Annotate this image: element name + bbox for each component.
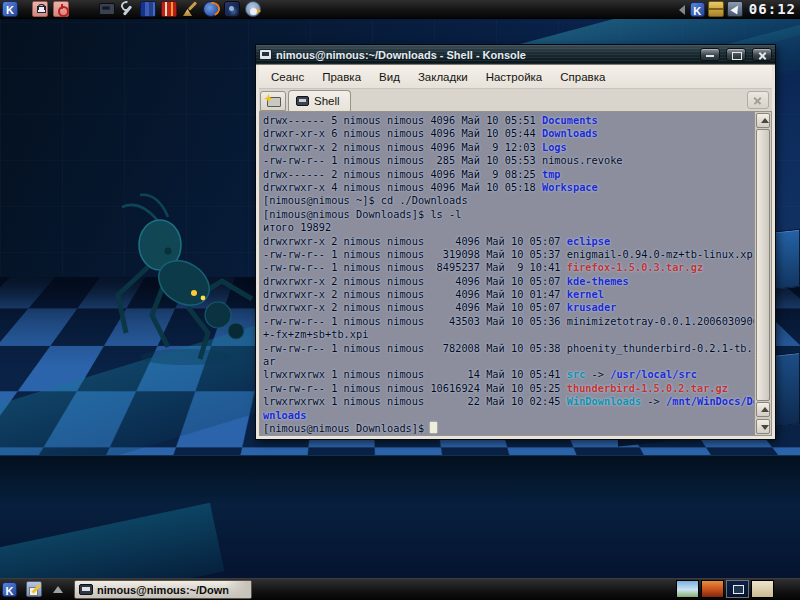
terminal-output[interactable]: drwx------ 5 nimous nimous 4096 Май 10 0… [260, 112, 754, 435]
terminal-line: ar [263, 355, 754, 368]
pager-desktop-4[interactable] [751, 580, 774, 598]
task-label-fade [225, 581, 251, 598]
broom-icon[interactable] [182, 1, 198, 17]
top-panel: 06:12 [0, 0, 800, 19]
panel-clock[interactable]: 06:12 [743, 0, 800, 19]
terminal-line: lrwxrwxrwx 1 nimous nimous 14 Май 10 05:… [263, 368, 754, 381]
kmenu-icon[interactable] [2, 1, 18, 17]
window-list-icon[interactable] [51, 582, 65, 596]
scroll-up-button[interactable] [756, 402, 770, 417]
menu-view[interactable]: Вид [371, 68, 408, 86]
terminal-line: drwxrwxr-x 2 nimous nimous 4096 Май 10 0… [263, 301, 754, 314]
window-titlebar[interactable]: nimous@nimous:~/Downloads - Shell - Kons… [256, 45, 775, 64]
minimize-button[interactable] [700, 48, 720, 61]
tab-shell[interactable]: Shell [288, 90, 351, 111]
konsole-icon[interactable] [98, 1, 114, 17]
terminal-cursor [430, 422, 436, 433]
menu-edit[interactable]: Правка [314, 68, 369, 86]
desktop-pager [676, 580, 774, 598]
wallpaper-robot-insect [96, 187, 276, 377]
terminal-line: -rw-rw-r-- 1 nimous nimous 43503 Май 10 … [263, 315, 754, 328]
konsole-window: nimous@nimous:~/Downloads - Shell - Kons… [255, 44, 776, 440]
task-label: nimous@nimous:~/Down [97, 584, 229, 596]
kwallet-icon[interactable] [708, 1, 724, 17]
taskbar-konsole-button[interactable]: nimous@nimous:~/Down [74, 580, 252, 599]
terminal-line: -rw-rw-r-- 1 nimous nimous 319098 Май 10… [263, 248, 754, 261]
terminal-line: drwxrwxr-x 2 nimous nimous 4096 Май 10 0… [263, 235, 754, 248]
hide-arrow-icon[interactable] [678, 1, 687, 17]
lock-icon[interactable] [32, 1, 48, 17]
bottom-panel-left [2, 581, 65, 597]
new-session-button[interactable] [260, 91, 286, 111]
terminal-line: +-fx+zm+sb+tb.xpi [263, 328, 754, 341]
bird-icon[interactable] [245, 1, 261, 17]
konsole-window-icon [259, 49, 272, 60]
terminal-area: drwx------ 5 nimous nimous 4096 Май 10 0… [259, 112, 772, 436]
pager-desktop-2[interactable] [701, 580, 724, 598]
terminal-line: -rw-rw-r-- 1 nimous nimous 8495237 Май 9… [263, 261, 754, 274]
terminal-line: lrwxrwxrwx 1 nimous nimous 22 Май 10 02:… [263, 395, 754, 408]
terminal-line: drwxrwxr-x 2 nimous nimous 4096 Май 10 0… [263, 288, 754, 301]
show-desktop-icon[interactable] [26, 581, 42, 597]
window-body: СеансПравкаВидЗакладкиНастройкаСправка S… [256, 64, 775, 439]
menu-session[interactable]: Сеанс [263, 68, 312, 86]
pager-desktop-3[interactable] [726, 580, 749, 598]
terminal-line: [nimous@nimous ~]$ cd ./Downloads [263, 194, 754, 207]
shell-tab-icon [296, 96, 309, 106]
pager-window-thumbnail [733, 585, 744, 594]
firefox-icon[interactable] [203, 1, 219, 17]
kmenu-icon[interactable] [2, 582, 17, 597]
terminal-line: drwxrwxr-x 2 nimous nimous 4096 Май 10 0… [263, 275, 754, 288]
books-icon[interactable] [140, 1, 156, 17]
close-session-button[interactable] [747, 91, 769, 109]
launcher-area [0, 1, 261, 17]
terminal-line: drwxrwxr-x 2 nimous nimous 4096 Май 9 12… [263, 141, 754, 154]
menu-settings[interactable]: Настройка [478, 68, 551, 86]
close-button[interactable] [752, 48, 772, 61]
tray-area [678, 1, 743, 17]
maximize-button[interactable] [726, 48, 746, 61]
wrench-icon[interactable] [119, 1, 135, 17]
terminal-line: wnloads [263, 409, 754, 422]
terminal-line: drwx------ 2 nimous nimous 4096 Май 9 08… [263, 168, 754, 181]
window-title: nimous@nimous:~/Downloads - Shell - Kons… [276, 49, 694, 61]
scroll-down-button[interactable] [756, 419, 770, 434]
desktop-share-icon[interactable] [727, 1, 743, 17]
tabbar: Shell [259, 89, 772, 112]
scrollbar-thumb[interactable] [756, 129, 770, 401]
terminal-line: drwxrwxr-x 4 nimous nimous 4096 Май 10 0… [263, 181, 754, 194]
terminal-line: -rw-rw-r-- 1 nimous nimous 285 Май 10 05… [263, 154, 754, 167]
kate-icon[interactable] [161, 1, 177, 17]
bottom-panel: nimous@nimous:~/Down [0, 578, 800, 600]
klipper-icon[interactable] [690, 2, 705, 17]
tab-label: Shell [314, 95, 340, 107]
pager-desktop-1[interactable] [676, 580, 699, 598]
menu-bookmarks[interactable]: Закладки [410, 68, 476, 86]
logout-icon[interactable] [53, 1, 69, 17]
terminal-line: [nimous@nimous Downloads]$ ls -l [263, 208, 754, 221]
konsole-task-icon [79, 584, 93, 595]
app-dark-icon[interactable] [224, 1, 240, 17]
terminal-line: drwxr-xr-x 6 nimous nimous 4096 Май 10 0… [263, 127, 754, 140]
terminal-line: итого 19892 [263, 221, 754, 234]
terminal-line: drwx------ 5 nimous nimous 4096 Май 10 0… [263, 114, 754, 127]
terminal-scrollbar[interactable] [754, 112, 771, 435]
terminal-line: -rw-rw-r-- 1 nimous nimous 10616924 Май … [263, 382, 754, 395]
terminal-line: [nimous@nimous Downloads]$ [263, 422, 754, 435]
terminal-line: -rw-rw-r-- 1 nimous nimous 782008 Май 10… [263, 342, 754, 355]
menubar: СеансПравкаВидЗакладкиНастройкаСправка [259, 65, 772, 89]
menu-help[interactable]: Справка [552, 68, 613, 86]
scroll-up-button[interactable] [756, 113, 770, 128]
